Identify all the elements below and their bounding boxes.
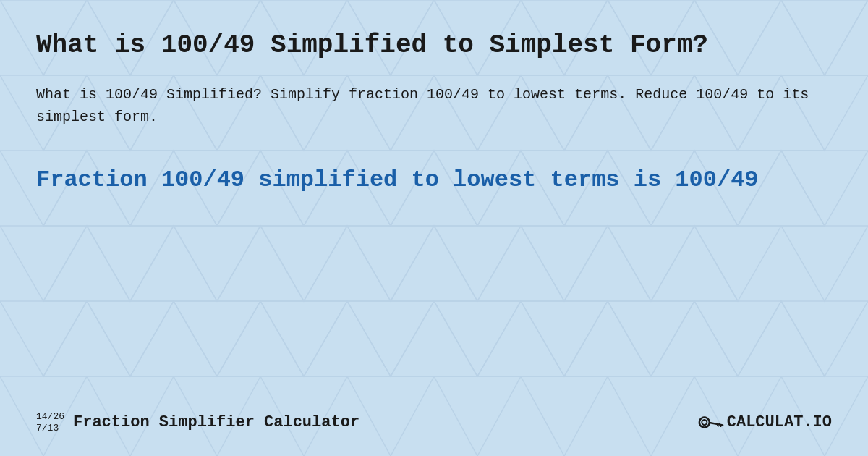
page-title: What is 100/49 Simplified to Simplest Fo…: [36, 29, 832, 63]
footer-fraction: 14/26 7/13: [36, 411, 64, 434]
fraction-top: 14/26: [36, 411, 64, 423]
result-text: Fraction 100/49 simplified to lowest ter…: [36, 164, 832, 195]
svg-point-106: [701, 419, 708, 426]
svg-line-107: [710, 418, 723, 430]
description-text: What is 100/49 Simplified? Simplify frac…: [36, 83, 832, 128]
result-section: Fraction 100/49 simplified to lowest ter…: [36, 164, 832, 195]
footer-brand-label: Fraction Simplifier Calculator: [73, 413, 359, 431]
svg-line-109: [720, 424, 721, 426]
key-icon: [694, 407, 726, 439]
footer-left: 14/26 7/13 Fraction Simplifier Calculato…: [36, 411, 359, 434]
fraction-bottom: 7/13: [36, 423, 59, 434]
footer: 14/26 7/13 Fraction Simplifier Calculato…: [36, 400, 832, 434]
calculat-logo-text: CALCULAT.IO: [727, 413, 832, 431]
footer-logo-area: CALCULAT.IO: [698, 411, 832, 434]
